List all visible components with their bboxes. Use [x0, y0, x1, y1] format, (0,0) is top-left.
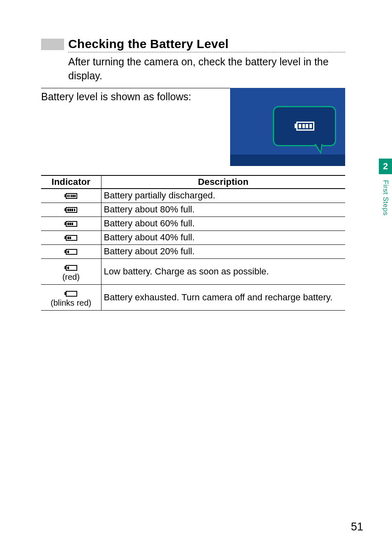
- description-cell: Battery partially discharged.: [101, 189, 345, 203]
- camera-screen-illustration: [230, 88, 345, 166]
- indicator-cell: [41, 189, 101, 203]
- description-cell: Battery about 40% full.: [101, 230, 345, 244]
- intro-text: After turning the camera on, check the b…: [68, 53, 345, 88]
- indicator-cell: [41, 217, 101, 230]
- indicator-cell: (red): [41, 258, 101, 284]
- description-cell: Battery exhausted. Turn camera off and r…: [101, 284, 345, 310]
- table-row: Battery about 40% full.: [41, 230, 345, 244]
- side-tab: 2 First Steps: [379, 159, 392, 216]
- indicator-sublabel: (red): [44, 273, 99, 281]
- indicator-sublabel: (blinks red): [44, 299, 99, 307]
- heading-marker: [41, 39, 64, 50]
- illustration-row: [41, 88, 345, 166]
- battery-icon: [65, 235, 77, 241]
- description-cell: Battery about 60% full.: [101, 217, 345, 230]
- table-row: (blinks red)Battery exhausted. Turn came…: [41, 284, 345, 310]
- table-header-indicator: Indicator: [41, 175, 101, 189]
- battery-icon: [65, 249, 77, 255]
- description-cell: Low battery. Charge as soon as possible.: [101, 258, 345, 284]
- indicator-cell: [41, 244, 101, 258]
- heading-text: Checking the Battery Level: [68, 37, 345, 53]
- chapter-label: First Steps: [381, 180, 390, 216]
- table-header-description: Description: [101, 175, 345, 189]
- description-cell: Battery about 20% full.: [101, 244, 345, 258]
- indicator-cell: (blinks red): [41, 284, 101, 310]
- battery-icon: [65, 221, 77, 227]
- chapter-number: 2: [379, 159, 392, 174]
- page-number: 51: [351, 521, 363, 533]
- table-row: (red)Low battery. Charge as soon as poss…: [41, 258, 345, 284]
- table-row: Battery about 20% full.: [41, 244, 345, 258]
- table-row: Battery about 80% full.: [41, 203, 345, 217]
- indicator-cell: [41, 230, 101, 244]
- description-cell: Battery about 80% full.: [101, 203, 345, 217]
- battery-callout: [273, 106, 336, 146]
- battery-icon: [65, 291, 77, 297]
- battery-level-table: Indicator Description Battery partially …: [41, 175, 345, 311]
- table-row: Battery about 60% full.: [41, 217, 345, 230]
- battery-icon: [65, 265, 77, 271]
- section-heading: Checking the Battery Level: [41, 37, 345, 53]
- battery-icon: [295, 122, 314, 131]
- indicator-cell: [41, 203, 101, 217]
- battery-icon: [65, 193, 77, 199]
- battery-icon: [65, 207, 77, 213]
- table-row: Battery partially discharged.: [41, 189, 345, 203]
